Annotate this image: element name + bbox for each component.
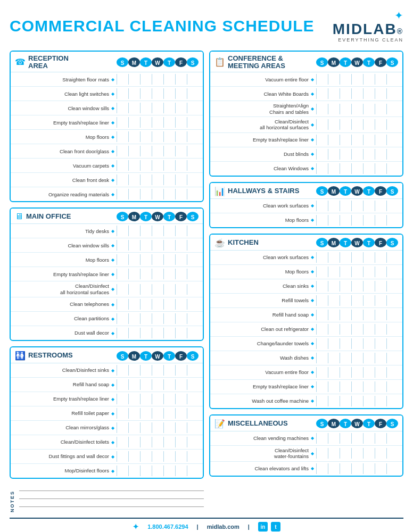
task-cell[interactable] [163,284,175,295]
task-cell[interactable] [175,240,187,251]
task-cell[interactable] [140,103,152,113]
task-cell[interactable] [140,88,152,99]
task-cell[interactable] [163,408,175,419]
task-cell[interactable] [351,463,363,474]
task-cell[interactable] [340,381,351,392]
task-cell[interactable] [363,215,375,226]
task-cell[interactable] [328,163,340,174]
task-cell[interactable] [187,103,199,113]
task-cell[interactable] [140,328,152,338]
twitter-icon[interactable]: t [271,522,280,531]
task-cell[interactable] [152,365,163,376]
task-cell[interactable] [152,313,163,324]
task-cell[interactable] [316,433,328,444]
task-cell[interactable] [351,324,363,335]
task-cell[interactable] [386,324,398,335]
task-cell[interactable] [386,104,398,114]
task-cell[interactable] [316,310,328,320]
task-cell[interactable] [363,367,375,378]
task-cell[interactable] [117,437,128,447]
task-cell[interactable] [328,135,340,145]
task-cell[interactable] [363,281,375,292]
task-cell[interactable] [175,88,187,99]
task-cell[interactable] [152,146,163,156]
task-cell[interactable] [386,267,398,277]
task-cell[interactable] [386,281,398,292]
task-cell[interactable] [363,433,375,444]
task-cell[interactable] [175,226,187,236]
task-cell[interactable] [117,394,128,404]
task-cell[interactable] [375,281,386,292]
task-cell[interactable] [316,119,328,130]
task-cell[interactable] [175,379,187,390]
task-cell[interactable] [316,201,328,211]
task-cell[interactable] [351,163,363,174]
task-cell[interactable] [140,299,152,310]
task-cell[interactable] [340,267,351,277]
task-cell[interactable] [152,394,163,404]
task-cell[interactable] [152,379,163,390]
task-cell[interactable] [328,252,340,263]
task-cell[interactable] [316,135,328,145]
task-cell[interactable] [187,131,199,142]
task-cell[interactable] [140,437,152,447]
task-cell[interactable] [363,295,375,306]
task-cell[interactable] [117,313,128,324]
task-cell[interactable] [140,254,152,265]
task-cell[interactable] [163,466,175,476]
task-cell[interactable] [363,310,375,320]
task-cell[interactable] [328,201,340,211]
task-cell[interactable] [375,201,386,211]
task-cell[interactable] [351,267,363,277]
task-cell[interactable] [128,146,140,156]
task-cell[interactable] [340,338,351,349]
task-cell[interactable] [140,160,152,171]
task-cell[interactable] [187,365,199,376]
task-cell[interactable] [187,174,199,185]
task-cell[interactable] [152,74,163,85]
task-cell[interactable] [117,240,128,251]
task-cell[interactable] [363,74,375,85]
task-cell[interactable] [140,131,152,142]
task-cell[interactable] [375,396,386,406]
task-cell[interactable] [340,295,351,306]
task-cell[interactable] [117,328,128,338]
task-cell[interactable] [340,104,351,114]
task-cell[interactable] [128,160,140,171]
task-cell[interactable] [175,313,187,324]
task-cell[interactable] [351,104,363,114]
task-cell[interactable] [117,88,128,99]
task-cell[interactable] [375,88,386,99]
task-cell[interactable] [140,408,152,419]
task-cell[interactable] [128,437,140,447]
task-cell[interactable] [128,422,140,433]
task-cell[interactable] [363,88,375,99]
task-cell[interactable] [351,135,363,145]
task-cell[interactable] [140,189,152,200]
task-cell[interactable] [351,448,363,459]
task-cell[interactable] [128,254,140,265]
task-cell[interactable] [128,379,140,390]
task-cell[interactable] [187,88,199,99]
task-cell[interactable] [328,353,340,363]
task-cell[interactable] [363,396,375,406]
task-cell[interactable] [375,310,386,320]
task-cell[interactable] [163,174,175,185]
task-cell[interactable] [117,131,128,142]
task-cell[interactable] [363,104,375,114]
task-cell[interactable] [375,381,386,392]
task-cell[interactable] [163,365,175,376]
task-cell[interactable] [386,149,398,160]
task-cell[interactable] [140,117,152,128]
task-cell[interactable] [187,160,199,171]
task-cell[interactable] [386,396,398,406]
task-cell[interactable] [128,451,140,462]
task-cell[interactable] [187,284,199,295]
task-cell[interactable] [152,408,163,419]
task-cell[interactable] [328,338,340,349]
task-cell[interactable] [363,338,375,349]
task-cell[interactable] [152,117,163,128]
task-cell[interactable] [117,226,128,236]
task-cell[interactable] [152,174,163,185]
task-cell[interactable] [187,189,199,200]
